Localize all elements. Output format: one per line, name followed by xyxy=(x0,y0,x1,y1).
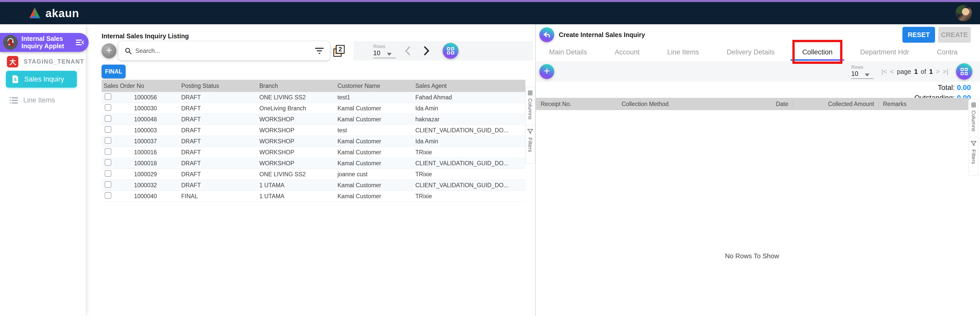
filters-tab[interactable]: Filters xyxy=(969,137,978,176)
sidebar-item-line-items[interactable]: Line Items xyxy=(10,96,55,104)
tab[interactable]: Department Hdr xyxy=(858,43,911,61)
table-row[interactable]: 1000018 DRAFT WORKSHOP Kamal Customer CL… xyxy=(102,158,525,169)
grid-view-button[interactable] xyxy=(956,63,972,80)
col-collection-method[interactable]: Collection Method xyxy=(622,101,710,107)
sidebar-collapse-icon[interactable] xyxy=(75,39,84,46)
first-page-button[interactable]: |< xyxy=(881,68,887,76)
grid-icon xyxy=(447,47,454,54)
col-date[interactable]: Date xyxy=(710,101,792,107)
logo-text: akaun xyxy=(45,7,79,20)
table-row[interactable]: 1000029 DRAFT ONE LIVING SS2 joanne cust… xyxy=(102,169,525,180)
filters-tab[interactable]: Filters xyxy=(525,125,535,163)
columns-tab[interactable]: Columns xyxy=(969,99,978,137)
tab[interactable]: Contra xyxy=(935,43,959,61)
tab-label: Contra xyxy=(937,48,958,56)
collection-side-tabs: Columns Filters xyxy=(969,99,978,176)
cell-sales-order-no: 1000018 xyxy=(134,160,181,167)
table-row[interactable]: 1000040 FINAL 1 UTAMA Kamal Customer TRi… xyxy=(102,191,525,202)
cell-sales-order-no: 1000048 xyxy=(134,116,181,123)
total-label: Total: xyxy=(938,83,955,91)
sidebar-item-sales-inquiry[interactable]: $ Sales Inquiry xyxy=(6,71,77,88)
row-checkbox[interactable] xyxy=(105,93,111,100)
col-posting-status[interactable]: Posting Status xyxy=(181,83,259,89)
create-button[interactable]: CREATE xyxy=(938,27,971,43)
tenant-row[interactable]: STAGING_TENANT xyxy=(7,56,84,67)
user-avatar[interactable] xyxy=(956,5,972,21)
col-collected-amount[interactable]: Collected Amount xyxy=(792,101,878,107)
cell-sales-agent: TRixie xyxy=(415,171,525,178)
tab[interactable]: Main Details xyxy=(547,43,589,61)
cell-sales-agent: CLIENT_VALIDATION_GUID_DO... xyxy=(415,182,525,189)
pagination: |< < page 1 of 1 > >| xyxy=(881,68,948,76)
checkbox-cell xyxy=(102,170,134,178)
row-checkbox[interactable] xyxy=(105,126,111,133)
create-header: Create Internal Sales Inquiry RESET CREA… xyxy=(536,27,980,43)
row-checkbox[interactable] xyxy=(105,170,111,177)
table-row[interactable]: 1000048 DRAFT WORKSHOP Kamal Customer ha… xyxy=(102,114,525,125)
cell-sales-agent: Ida Amin xyxy=(415,138,525,145)
cell-branch: WORKSHOP xyxy=(259,127,337,134)
add-collection-button[interactable]: + xyxy=(539,64,554,79)
cell-branch: WORKSHOP xyxy=(259,149,337,156)
sales-inquiry-table: Sales Order No Posting Status Branch Cus… xyxy=(102,80,525,202)
row-checkbox[interactable] xyxy=(105,137,111,144)
tab[interactable]: Collection xyxy=(800,43,835,61)
reset-button[interactable]: RESET xyxy=(902,27,935,43)
prev-page-button[interactable]: < xyxy=(890,68,894,76)
rows-per-page-select[interactable]: Rows 10 xyxy=(851,64,873,79)
collection-table-body: No Rows To Show xyxy=(536,110,968,316)
tab-label: Account xyxy=(615,48,640,56)
columns-tab-label: Columns xyxy=(527,98,533,120)
next-page-button[interactable]: > xyxy=(936,68,940,76)
cell-posting-status: DRAFT xyxy=(181,160,259,167)
columns-tab[interactable]: Columns xyxy=(525,87,535,125)
grid-view-button[interactable] xyxy=(443,43,458,59)
tab-label: Department Hdr xyxy=(860,48,909,56)
listing-pagination-band: Rows 10 xyxy=(353,41,533,61)
row-checkbox[interactable] xyxy=(105,159,111,166)
cell-posting-status: DRAFT xyxy=(181,116,259,123)
col-sales-agent[interactable]: Sales Agent xyxy=(415,83,525,89)
row-checkbox[interactable] xyxy=(105,148,111,155)
listing-side-tabs: Columns Filters xyxy=(525,87,535,163)
row-checkbox[interactable] xyxy=(105,104,111,111)
akaun-triangle-icon xyxy=(27,6,42,20)
prev-page-button[interactable] xyxy=(404,46,411,56)
applet-title: Internal Sales Inquiry Applet xyxy=(21,35,72,50)
duplicate-window-icon[interactable]: 2 xyxy=(333,45,345,57)
empty-state-text: No Rows To Show xyxy=(536,252,968,260)
table-row[interactable]: 1000037 DRAFT WORKSHOP Kamal Customer Id… xyxy=(102,136,525,147)
rows-per-page-select[interactable]: Rows 10 xyxy=(373,44,396,58)
current-page: 1 xyxy=(914,68,918,75)
cell-sales-agent: CLIENT_VALIDATION_GUID_DO... xyxy=(415,160,525,167)
table-row[interactable]: 1000003 DRAFT WORKSHOP test CLIENT_VALID… xyxy=(102,125,525,136)
tab[interactable]: Delivery Details xyxy=(725,43,777,61)
of-word: of xyxy=(921,68,926,75)
col-receipt-no[interactable]: Receipt No. xyxy=(536,101,622,107)
table-row[interactable]: 1000032 DRAFT 1 UTAMA Kamal Customer CLI… xyxy=(102,180,525,191)
col-sales-order-no[interactable]: Sales Order No xyxy=(102,83,181,89)
final-filter-button[interactable]: FINAL xyxy=(102,65,126,78)
tab[interactable]: Line Items xyxy=(665,43,701,61)
row-checkbox[interactable] xyxy=(105,181,111,188)
page-word: page xyxy=(897,68,911,75)
cell-sales-agent: haknazar xyxy=(415,116,525,123)
search-input[interactable] xyxy=(135,47,312,54)
col-remarks[interactable]: Remarks xyxy=(878,101,968,107)
cell-customer-name: Kamal Customer xyxy=(337,138,415,145)
filter-icon[interactable] xyxy=(315,48,324,54)
last-page-button[interactable]: >| xyxy=(943,68,948,76)
row-checkbox[interactable] xyxy=(105,192,111,199)
back-button[interactable] xyxy=(539,27,554,42)
table-row[interactable]: 1000016 DRAFT WORKSHOP Kamal Customer TR… xyxy=(102,147,525,158)
next-page-button[interactable] xyxy=(423,46,430,56)
col-branch[interactable]: Branch xyxy=(259,83,337,89)
akaun-logo: akaun xyxy=(27,6,79,20)
col-customer-name[interactable]: Customer Name xyxy=(337,83,415,89)
total-value: 0.00 xyxy=(957,83,971,91)
row-checkbox[interactable] xyxy=(105,115,111,122)
table-row[interactable]: 1000056 DRAFT ONE LIVING SS2 test1 Fahad… xyxy=(102,92,525,103)
table-row[interactable]: 1000030 DRAFT OneLiving Branch Kamal Cus… xyxy=(102,103,525,114)
tab[interactable]: Account xyxy=(612,43,642,61)
add-record-button[interactable]: + xyxy=(102,43,116,58)
